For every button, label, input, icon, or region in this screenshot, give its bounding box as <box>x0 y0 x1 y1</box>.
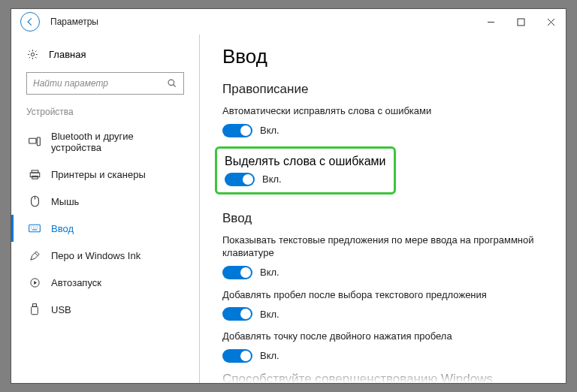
svg-point-1 <box>31 53 34 56</box>
toggle-state: Вкл. <box>260 309 279 320</box>
nav-label: Ввод <box>51 223 74 234</box>
page-title: Ввод <box>222 45 546 68</box>
svg-rect-11 <box>33 304 37 307</box>
setting-desc: Выделять слова с ошибками <box>225 155 386 168</box>
toggle-period[interactable] <box>222 349 252 363</box>
sidebar-item-usb[interactable]: USB <box>11 296 199 323</box>
divider <box>199 35 200 383</box>
close-button[interactable] <box>536 9 566 35</box>
setting-period-double-space: Добавлять точку после двойного нажатия п… <box>222 330 546 363</box>
search-input[interactable] <box>33 78 167 89</box>
toggle-text-suggestions[interactable] <box>222 266 252 279</box>
sidebar-item-typing[interactable]: Ввод <box>11 215 199 242</box>
toggle-space-after[interactable] <box>222 307 252 321</box>
setting-space-after-suggestion: Добавлять пробел после выбора текстового… <box>222 288 546 321</box>
sidebar-section-label: Устройства <box>11 107 199 123</box>
sidebar-item-mouse[interactable]: Мышь <box>11 188 199 215</box>
svg-rect-0 <box>518 19 524 26</box>
svg-rect-4 <box>37 137 40 146</box>
pen-icon <box>29 249 41 261</box>
setting-desc: Добавлять точку после двойного нажатия п… <box>222 330 546 343</box>
autoplay-icon <box>29 276 41 288</box>
window-controls <box>476 9 566 35</box>
nav-label: Мышь <box>51 196 79 207</box>
setting-desc: Автоматически исправлять слова с ошибкам… <box>222 104 546 118</box>
setting-desc: Показывать текстовые предложения по мере… <box>222 234 546 260</box>
search-box[interactable] <box>26 72 184 95</box>
svg-rect-3 <box>29 138 36 143</box>
sidebar-item-printers[interactable]: Принтеры и сканеры <box>11 161 199 188</box>
nav-label: Автозапуск <box>51 277 101 288</box>
svg-rect-7 <box>32 176 38 179</box>
svg-rect-9 <box>29 225 41 231</box>
maximize-button[interactable] <box>506 9 536 35</box>
home-nav[interactable]: Главная <box>11 44 199 65</box>
toggle-state: Вкл. <box>262 173 282 185</box>
sidebar-item-bluetooth[interactable]: Bluetooth и другие устройства <box>11 123 199 161</box>
window-title: Параметры <box>50 17 98 27</box>
highlighted-setting: Выделять слова с ошибками Вкл. <box>215 146 396 194</box>
settings-window: Параметры Главная Устройства <box>11 8 566 384</box>
setting-text-suggestions: Показывать текстовые предложения по мере… <box>222 234 546 279</box>
minimize-button[interactable] <box>476 9 506 35</box>
printer-icon <box>29 168 41 180</box>
section-heading-typing: Ввод <box>222 211 546 226</box>
mouse-icon <box>29 195 41 207</box>
sidebar-item-autoplay[interactable]: Автозапуск <box>11 269 199 296</box>
nav-label: Перо и Windows Ink <box>51 250 140 261</box>
content-area: Ввод Правописание Автоматически исправля… <box>203 35 566 383</box>
nav-label: Bluetooth и другие устройства <box>51 131 184 153</box>
keyboard-icon <box>29 222 41 234</box>
svg-rect-12 <box>32 306 38 314</box>
svg-point-2 <box>168 80 174 86</box>
sidebar-item-pen[interactable]: Перо и Windows Ink <box>11 242 199 269</box>
nav-label: USB <box>51 304 71 315</box>
back-button[interactable] <box>20 12 40 32</box>
section-heading-spelling: Правописание <box>222 82 546 97</box>
home-label: Главная <box>49 49 86 60</box>
setting-autocorrect: Автоматически исправлять слова с ошибкам… <box>222 104 546 137</box>
toggle-state: Вкл. <box>260 350 279 361</box>
toggle-state: Вкл. <box>260 267 279 278</box>
cutoff-heading: Способствуйте совершенствованию Windows <box>222 372 546 383</box>
devices-icon <box>29 136 41 148</box>
toggle-autocorrect[interactable] <box>222 124 252 137</box>
setting-desc: Добавлять пробел после выбора текстового… <box>222 288 546 302</box>
toggle-state: Вкл. <box>260 125 279 136</box>
gear-icon <box>26 48 38 60</box>
titlebar: Параметры <box>11 9 566 35</box>
sidebar: Главная Устройства Bluetooth и другие ус… <box>11 35 199 383</box>
usb-icon <box>29 303 41 315</box>
nav-label: Принтеры и сканеры <box>51 169 146 180</box>
toggle-highlight-misspelled[interactable] <box>225 173 255 186</box>
search-icon <box>167 78 177 89</box>
